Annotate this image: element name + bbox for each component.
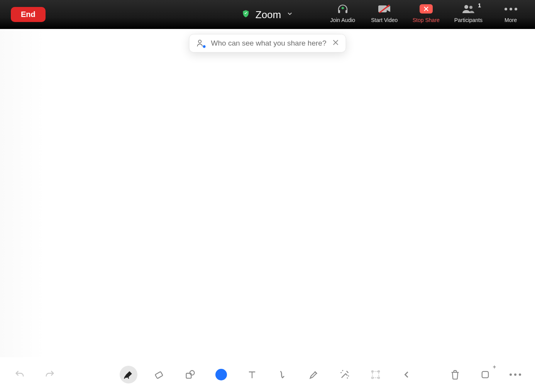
svg-rect-2 [378,5,387,12]
stop-share-icon [420,4,433,14]
participants-count: 1 [478,2,481,8]
shield-icon [242,10,250,20]
more-icon [505,3,517,15]
shapes-tool-button[interactable] [181,366,199,384]
participants-label: Participants [454,17,483,23]
eraser-tool-button[interactable] [151,366,168,384]
close-icon[interactable] [332,39,339,48]
svg-rect-1 [345,10,347,13]
participants-button[interactable]: 1 Participants [454,3,483,23]
selection-tool-button[interactable] [367,366,384,384]
whiteboard-canvas[interactable] [0,29,535,392]
video-off-icon [378,3,391,15]
app-name-label: Zoom [256,8,281,20]
person-info-icon [196,39,205,48]
participants-icon [462,3,475,15]
undo-button[interactable] [11,366,29,384]
toolbar-more-button[interactable] [506,366,524,384]
join-audio-label: Join Audio [330,17,355,23]
add-page-button[interactable]: + [476,366,494,384]
annotation-toolbar: + [0,357,535,392]
svg-point-4 [464,5,468,9]
color-swatch-icon [215,369,227,380]
redo-button[interactable] [41,366,59,384]
meeting-toolbar: End Zoom Join Audio [0,0,535,29]
plus-icon: + [493,364,496,370]
highlighter-tool-button[interactable] [305,366,323,384]
svg-point-5 [469,6,472,9]
stop-share-label: Stop Share [413,17,440,23]
text-tool-button[interactable] [243,366,261,384]
chevron-down-icon[interactable] [286,10,293,19]
trash-button[interactable] [446,366,464,384]
more-label: More [505,17,517,23]
svg-point-14 [378,377,379,378]
join-audio-button[interactable]: Join Audio [329,3,356,23]
pen-tool-button[interactable] [120,366,137,384]
start-video-button[interactable]: Start Video [371,3,398,23]
svg-rect-0 [338,10,340,13]
share-visibility-banner: Who can see what you share here? [189,34,346,53]
color-picker-button[interactable] [212,366,230,384]
line-tool-button[interactable] [274,366,292,384]
headphones-icon [337,3,349,15]
svg-point-9 [190,371,195,375]
start-video-label: Start Video [371,17,398,23]
svg-rect-10 [372,372,379,378]
end-button[interactable]: End [11,7,46,22]
svg-rect-15 [482,372,488,378]
stop-share-button[interactable]: Stop Share [413,3,440,23]
svg-point-13 [372,377,373,378]
ellipsis-icon [510,373,521,376]
banner-text[interactable]: Who can see what you share here? [211,39,327,48]
svg-point-6 [198,40,201,43]
collapse-toolbar-button[interactable] [398,366,415,384]
svg-rect-7 [155,372,163,378]
meeting-title-group[interactable]: Zoom [242,8,293,20]
spotlight-tool-button[interactable] [336,366,354,384]
meeting-controls: Join Audio Start Video Stop Share [329,0,524,29]
more-button[interactable]: More [497,3,524,23]
